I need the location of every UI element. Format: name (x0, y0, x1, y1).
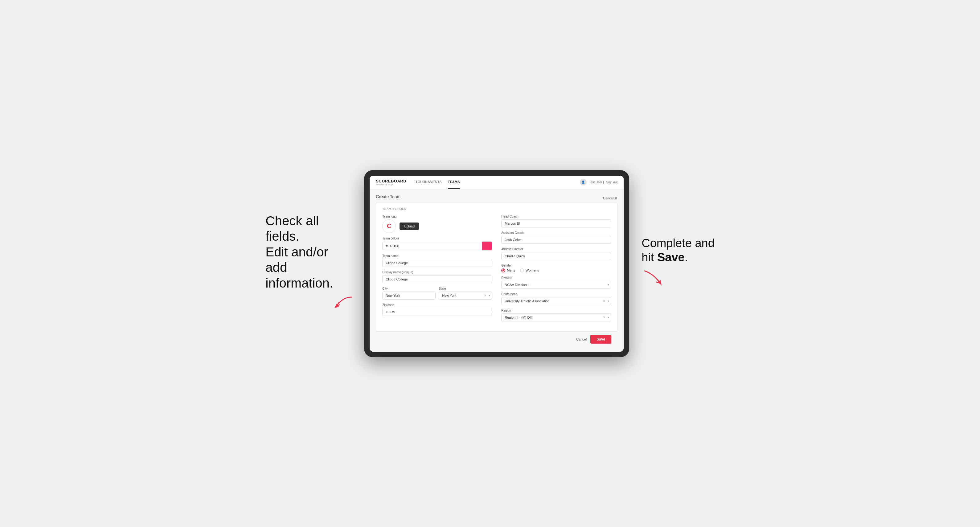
athletic-director-label: Athletic Director (501, 248, 611, 251)
page-title: Create Team (376, 194, 401, 199)
region-label: Region (501, 309, 611, 312)
state-clear-icon[interactable]: ✕ (484, 294, 487, 297)
region-arrow-icon: ▾ (608, 316, 609, 319)
display-name-input[interactable] (382, 275, 492, 283)
conference-label: Conference (501, 292, 611, 296)
state-arrow-icon: ▾ (488, 294, 490, 297)
form-grid: Team logo C Upload Team colour (382, 215, 611, 325)
conference-input[interactable] (501, 297, 611, 305)
save-button[interactable]: Save (590, 335, 611, 344)
arrow-right-icon (641, 268, 666, 289)
state-group: State ✕ ▾ (439, 287, 492, 300)
arrow-left-icon (330, 294, 355, 313)
conference-select-wrap: ✕ ▾ (501, 297, 611, 305)
logo-circle: C (382, 219, 396, 233)
state-label: State (439, 287, 492, 290)
head-coach-group: Head Coach (501, 215, 611, 227)
region-clear-icon[interactable]: ✕ (603, 316, 605, 319)
division-label: Division (501, 276, 611, 279)
form-header-row: Create Team Cancel ✕ (376, 194, 617, 202)
city-label: City (382, 287, 436, 290)
team-name-label: Team name (382, 254, 492, 258)
team-logo-group: Team logo C Upload (382, 215, 492, 233)
athletic-director-group: Athletic Director (501, 248, 611, 260)
conference-clear-icon[interactable]: ✕ (603, 300, 605, 303)
zip-label: Zip code (382, 303, 492, 306)
annotation-left: Check all fields. Edit and/or add inform… (266, 213, 352, 291)
tablet-frame: SCOREBOARD Powered by clippd TOURNAMENTS… (364, 170, 629, 357)
zip-input[interactable] (382, 308, 492, 316)
tablet-screen: SCOREBOARD Powered by clippd TOURNAMENTS… (370, 176, 624, 352)
gender-group: Gender Mens (501, 264, 611, 273)
form-col-right: Head Coach Assistant Coach Athletic Dire… (501, 215, 611, 325)
gender-label: Gender (501, 264, 611, 267)
logo-upload-area: C Upload (382, 219, 492, 233)
logo-sub: Powered by clippd (376, 183, 406, 186)
mens-radio-inner (503, 269, 504, 271)
head-coach-label: Head Coach (501, 215, 611, 218)
navbar: SCOREBOARD Powered by clippd TOURNAMENTS… (370, 176, 624, 189)
division-group: Division ▾ (501, 276, 611, 289)
gender-mens-radio[interactable]: Mens (501, 268, 515, 273)
logo-area: SCOREBOARD Powered by clippd (376, 179, 406, 186)
logo-text: SCOREBOARD (376, 179, 406, 183)
city-state-row: City State ✕ ▾ (382, 287, 492, 300)
upload-button[interactable]: Upload (399, 222, 419, 230)
team-name-group: Team name (382, 254, 492, 267)
division-arrow-icon: ▾ (608, 283, 609, 286)
nav-links: TOURNAMENTS TEAMS (415, 176, 580, 189)
region-input[interactable] (501, 313, 611, 321)
city-input[interactable] (382, 292, 436, 300)
color-swatch[interactable] (482, 241, 492, 251)
section-label: TEAM DETAILS (382, 207, 611, 211)
gender-row: Mens Womens (501, 268, 611, 273)
form-footer: Cancel Save (376, 332, 617, 347)
avatar: 👤 (580, 179, 587, 186)
form-col-left: Team logo C Upload Team colour (382, 215, 492, 325)
nav-teams[interactable]: TEAMS (448, 176, 460, 189)
display-name-label: Display name (unique) (382, 271, 492, 274)
display-name-group: Display name (unique) (382, 271, 492, 283)
main-content: Create Team Cancel ✕ TEAM DETAILS (370, 189, 624, 352)
signout-link[interactable]: Sign out (606, 181, 618, 184)
team-colour-group: Team colour (382, 237, 492, 251)
assistant-coach-input[interactable] (501, 236, 611, 244)
team-name-input[interactable] (382, 259, 492, 267)
conference-group: Conference ✕ ▾ (501, 292, 611, 305)
region-group: Region ✕ ▾ (501, 309, 611, 321)
zip-group: Zip code (382, 303, 492, 316)
conference-arrow-icon: ▾ (608, 300, 609, 303)
assistant-coach-label: Assistant Coach (501, 231, 611, 235)
gender-womens-radio[interactable]: Womens (520, 268, 539, 273)
annotation-right: Complete and hit Save. (641, 237, 714, 264)
form-card: TEAM DETAILS Team logo C Upload (376, 202, 617, 332)
division-select-wrap: ▾ (501, 281, 611, 289)
team-colour-input[interactable] (382, 242, 482, 250)
state-select-wrap: ✕ ▾ (439, 292, 492, 300)
division-input[interactable] (501, 281, 611, 289)
cancel-footer-button[interactable]: Cancel (576, 338, 587, 341)
assistant-coach-group: Assistant Coach (501, 231, 611, 244)
womens-radio-btn[interactable] (520, 268, 524, 273)
nav-user-label: Test User | (589, 181, 604, 184)
nav-right: 👤 Test User | Sign out (580, 179, 617, 186)
color-field-wrap (382, 241, 492, 251)
cancel-top-button[interactable]: Cancel ✕ (603, 196, 617, 200)
head-coach-input[interactable] (501, 219, 611, 227)
team-colour-label: Team colour (382, 237, 492, 240)
nav-tournaments[interactable]: TOURNAMENTS (415, 176, 442, 189)
region-select-wrap: ✕ ▾ (501, 313, 611, 321)
athletic-director-input[interactable] (501, 252, 611, 260)
team-logo-label: Team logo (382, 215, 492, 218)
mens-radio-btn[interactable] (501, 268, 505, 273)
city-group: City (382, 287, 436, 300)
